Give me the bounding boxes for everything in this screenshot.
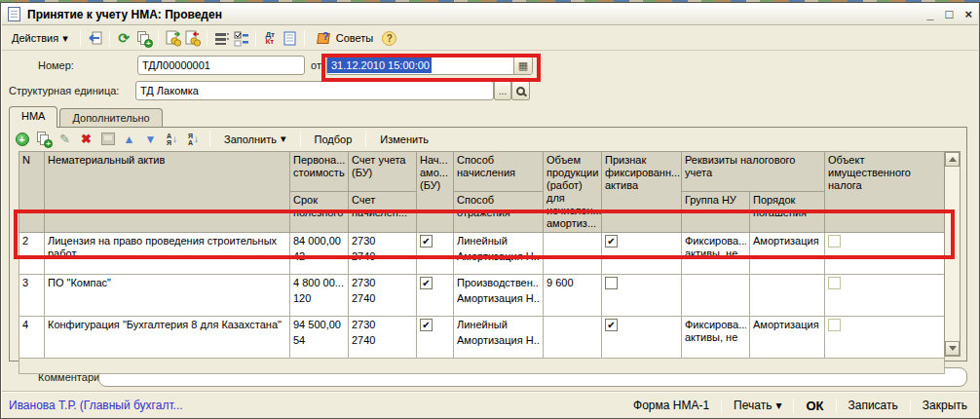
fixed-asset-checkbox[interactable]: ✔ (605, 235, 618, 248)
cell-tax-order[interactable]: Амортизация (750, 233, 825, 275)
cell-tax-order[interactable]: Амортизация (750, 317, 825, 359)
cell-fixed[interactable]: ✔ (602, 317, 682, 359)
accrue-checkbox[interactable]: ✔ (420, 319, 433, 331)
accrue-checkbox[interactable]: ✔ (420, 277, 433, 289)
cell-tax-group[interactable]: Фиксирова...активы, не (682, 233, 750, 275)
scroll-down-button[interactable] (945, 341, 960, 356)
reread-document-icon[interactable] (87, 30, 103, 47)
cell-cost[interactable]: 94 500,0054 (290, 317, 349, 359)
document-register-icon[interactable] (282, 30, 298, 47)
col-header-tax-group[interactable]: Реквизиты налогового учета (682, 152, 825, 192)
cell-accrue[interactable]: ✔ (417, 275, 454, 317)
cell-method[interactable]: Производствен...Амортизация Н... (454, 275, 544, 317)
ok-button[interactable]: ОК (802, 397, 827, 415)
form-nma1-button[interactable]: Форма НМА-1 (629, 397, 713, 414)
cell-accrue[interactable]: ✔ (417, 317, 454, 359)
dtkt-postings-icon[interactable]: ДтКт (262, 30, 279, 47)
tab-nma[interactable]: НМА (9, 106, 57, 128)
cell-accrue[interactable]: ✔ (417, 233, 454, 275)
cell-tax-order[interactable] (750, 275, 825, 317)
move-row-down-button[interactable]: ▼ (142, 131, 159, 147)
col-subheader-account2[interactable]: Счет начислен... (349, 191, 417, 232)
cell-cost[interactable]: 4 800 00...120 (290, 275, 349, 317)
accrue-checkbox[interactable]: ✔ (420, 235, 433, 248)
scroll-up-button[interactable] (945, 152, 960, 167)
help-icon[interactable]: ? (382, 31, 396, 46)
table-vertical-scrollbar[interactable] (944, 151, 961, 357)
minimize-button[interactable]: _ (926, 8, 933, 21)
delete-row-button[interactable]: ✖ (78, 131, 94, 147)
tips-button[interactable]: ? Советы (311, 28, 379, 49)
print-menu-button[interactable]: Печать ▾ (730, 397, 785, 414)
pick-button[interactable]: Подбор (309, 132, 358, 147)
cell-account[interactable]: 27302740 (349, 317, 417, 359)
table-row[interactable]: 2 Лицензия на право проведения строитель… (19, 233, 945, 275)
close-button[interactable]: × (964, 8, 972, 21)
date-input[interactable]: 31.12.2010 15:00:00 ▦ (326, 56, 533, 75)
cell-n[interactable]: 2 (19, 233, 45, 275)
cell-volume[interactable]: 9 600 (544, 275, 602, 317)
fixed-asset-checkbox[interactable]: ✔ (605, 319, 618, 331)
sort-ascending-button[interactable]: АЯ ↓ (164, 131, 180, 147)
cell-property[interactable] (825, 317, 945, 359)
copy-document-icon[interactable]: + (135, 30, 152, 47)
col-header-asset[interactable]: Нематериальный актив (45, 152, 290, 233)
maximize-button[interactable]: □ (946, 8, 954, 21)
col-header-volume[interactable]: Объем продукции (работ) для исчислен... … (544, 152, 602, 233)
unit-ellipsis-button[interactable]: ... (494, 81, 511, 100)
cell-property[interactable] (825, 233, 945, 275)
cell-asset[interactable]: Лицензия на право проведения строительны… (45, 233, 290, 275)
cell-volume[interactable] (544, 317, 602, 359)
cell-volume[interactable] (544, 233, 602, 275)
save-button[interactable]: Записать (845, 397, 902, 414)
sort-descending-button[interactable]: ЯА ↓ (185, 131, 202, 147)
cell-asset[interactable]: ПО "Компас" (45, 275, 290, 317)
col-subheader-reflect[interactable]: Способ отражения (454, 191, 544, 232)
table-row[interactable]: 3 ПО "Компас" 4 800 00...120 27302740 ✔ … (19, 275, 945, 317)
refresh-icon[interactable]: ⟳ (116, 30, 132, 47)
fixed-asset-checkbox[interactable] (605, 277, 618, 289)
unit-search-button[interactable] (511, 81, 530, 100)
end-edit-button[interactable] (99, 131, 116, 147)
cell-fixed[interactable]: ✔ (602, 233, 682, 275)
col-header-n[interactable]: N (19, 152, 45, 233)
calendar-picker-button[interactable]: ▦ (513, 57, 532, 74)
responsible-user-link[interactable]: Иванова Т.Р. (Главный бухгалт... (9, 399, 183, 412)
cell-cost[interactable]: 84 000,0042 (290, 233, 349, 275)
col-header-cost[interactable]: Первона... стоимость (290, 152, 349, 192)
cell-account[interactable]: 27302740 (349, 233, 417, 275)
edit-row-button[interactable]: ✎ (57, 131, 73, 147)
close-form-button[interactable]: Закрыть (919, 397, 971, 414)
cell-fixed[interactable] (602, 275, 682, 317)
set-flags-icon[interactable] (233, 30, 249, 47)
post-document-icon[interactable] (165, 30, 181, 47)
fill-menu-button[interactable]: Заполнить ▾ (218, 131, 292, 147)
cell-tax-group[interactable] (682, 275, 750, 317)
property-tax-checkbox[interactable] (828, 235, 841, 248)
actions-menu-button[interactable]: Действия ▾ (6, 29, 74, 48)
add-row-button[interactable]: + (14, 131, 30, 147)
property-tax-checkbox[interactable] (828, 319, 841, 331)
col-header-fixed[interactable]: Признак фиксированн... актива (602, 152, 682, 233)
table-row[interactable]: 4 Конфигурация "Бухгалтерия 8 для Казахс… (19, 317, 945, 359)
col-header-accrue[interactable]: Нач... амо... (БУ) (417, 152, 454, 233)
tab-additional[interactable]: Дополнительно (59, 108, 162, 128)
cell-n[interactable]: 4 (19, 317, 45, 359)
property-tax-checkbox[interactable] (828, 277, 841, 289)
cell-asset[interactable]: Конфигурация "Бухгалтерия 8 для Казахста… (45, 317, 290, 359)
col-subheader-nu-group[interactable]: Группа НУ (682, 191, 750, 232)
col-subheader-nu-order[interactable]: Порядок погашения (750, 191, 825, 232)
cell-property[interactable] (825, 275, 945, 317)
col-subheader-term[interactable]: Срок полезного (290, 191, 349, 232)
number-input[interactable] (137, 56, 305, 75)
document-structure-icon[interactable] (213, 30, 230, 47)
cell-tax-group[interactable]: Фиксирова...активы, не (682, 317, 750, 359)
structural-unit-input[interactable] (135, 81, 494, 100)
cell-method[interactable]: ЛинейныйАмортизация Н... (454, 317, 544, 359)
unpost-document-icon[interactable] (184, 30, 201, 47)
cell-method[interactable]: ЛинейныйАмортизация Н... (454, 233, 544, 275)
col-header-property[interactable]: Объект имущественного налога (825, 152, 945, 233)
col-header-method[interactable]: Способ начисления (454, 152, 544, 192)
col-header-account[interactable]: Счет учета (БУ) (349, 152, 417, 192)
change-button[interactable]: Изменить (374, 132, 434, 147)
